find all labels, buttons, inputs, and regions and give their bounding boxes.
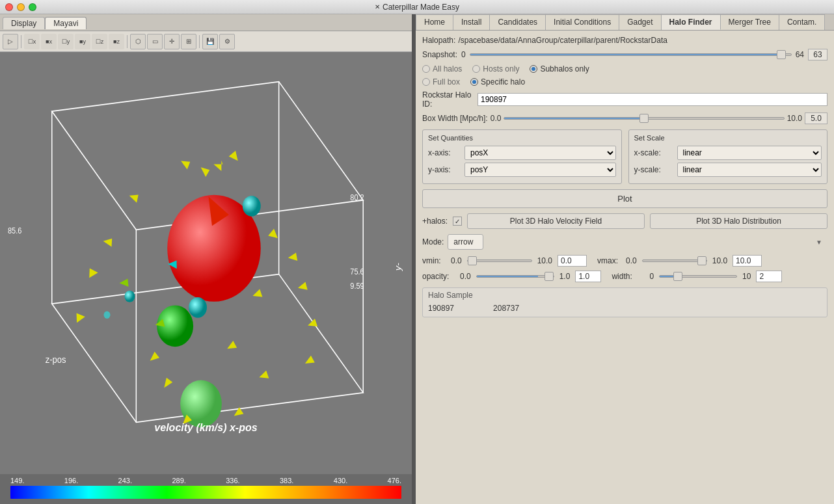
xaxis-select[interactable]: posX posY posZ velX velY velZ mass	[464, 146, 616, 160]
snapshot-slider-container	[470, 49, 792, 60]
vmax-slider[interactable]	[642, 259, 707, 262]
toolbar-btn-y-outline[interactable]: ☐y	[58, 34, 74, 49]
toolbar-btn-grid[interactable]: ⊞	[181, 34, 196, 49]
yaxis-row: y-axis: posX posY posZ velX velY velZ ma…	[428, 163, 616, 177]
yscale-select[interactable]: linear log	[677, 163, 822, 177]
nav-tab-home[interactable]: Home	[416, 14, 453, 30]
toolbar-btn-x-filled[interactable]: ■x	[41, 34, 57, 49]
yaxis-select[interactable]: posX posY posZ velX velY velZ mass	[464, 163, 616, 177]
vmin-label: vmin:	[422, 256, 446, 265]
radio-full-box[interactable]: Full box	[422, 77, 460, 86]
minimize-button[interactable]	[17, 3, 25, 11]
toolbar-btn-rect[interactable]: ▭	[147, 34, 163, 49]
tab-mayavi[interactable]: Mayavi	[45, 17, 87, 29]
toolbar-btn-cube[interactable]: ⬡	[130, 34, 146, 49]
window-title: ✕ Caterpillar Made Easy	[375, 3, 459, 12]
width-value[interactable]	[756, 271, 782, 282]
left-panel: Display Mayavi ▷ ☐x ■x ☐y ■y ☐z ■z ⬡ ▭ ✛…	[0, 14, 413, 504]
toolbar-btn-save[interactable]: 💾	[202, 34, 218, 49]
opacity-max: 1.0	[559, 272, 571, 281]
toolbar: ▷ ☐x ■x ☐y ■y ☐z ■z ⬡ ▭ ✛ ⊞ 💾 ⚙	[0, 31, 412, 52]
yscale-label: y-scale:	[634, 165, 673, 174]
vmin-max: 10.0	[537, 256, 552, 265]
nav-tab-install[interactable]: Install	[453, 14, 490, 30]
opacity-value[interactable]	[575, 271, 601, 282]
halos-checkbox[interactable]	[453, 217, 462, 226]
halo-sample-title: Halo Sample	[428, 291, 822, 300]
halo-sample-value-1: 190897	[428, 304, 454, 313]
width-label: width:	[612, 272, 644, 281]
toolbar-btn-z-outline[interactable]: ☐z	[92, 34, 107, 49]
canvas-area[interactable]: y- z-pos 85.6 80.2 75.6 9.59 velocity (k…	[0, 52, 412, 474]
halopath-row: Halopath: /spacebase/data/AnnaGroup/cate…	[422, 36, 827, 45]
rockstar-id-label: Rockstar Halo ID:	[422, 90, 475, 109]
vmin-value[interactable]	[558, 255, 587, 267]
traffic-lights	[5, 3, 36, 11]
boxwidth-row: Box Width [Mpc/h]: 0.0 10.0 5.0	[422, 113, 827, 124]
colorbar-labels: 149. 196. 243. 289. 336. 383. 430. 476.	[10, 477, 401, 484]
panels-row: Set Quantities x-axis: posX posY posZ ve…	[422, 129, 827, 184]
radio-subhalos-only[interactable]: Subhalos only	[530, 64, 589, 73]
svg-text:9.59: 9.59	[350, 282, 364, 291]
toolbar-btn-arrow[interactable]: ▷	[3, 34, 18, 49]
radio-all-halos[interactable]: All halos	[422, 64, 462, 73]
xscale-select[interactable]: linear log	[677, 146, 822, 160]
mode-select-wrapper: arrow point sphere	[448, 234, 827, 250]
opacitywidth-row: opacity: 0.0 1.0 width: 0 10	[422, 271, 827, 282]
opacity-slider[interactable]	[476, 275, 554, 278]
rockstar-id-input[interactable]	[478, 93, 827, 106]
boxwidth-min: 0.0	[491, 114, 502, 123]
radio-hosts-only[interactable]: Hosts only	[472, 64, 519, 73]
opacity-label: opacity:	[422, 272, 455, 281]
halo-sample-section: Halo Sample 190897 208737	[422, 287, 827, 317]
boxwidth-value: 5.0	[805, 113, 827, 124]
width-slider[interactable]	[659, 275, 737, 278]
snapshot-value: 63	[808, 49, 827, 60]
halopath-value: /spacebase/data/AnnaGroup/caterpillar/pa…	[458, 36, 667, 45]
toolbar-btn-cross[interactable]: ✛	[164, 34, 180, 49]
radio-hosts-only-circle	[472, 65, 480, 73]
nav-tab-initial-conditions[interactable]: Initial Conditions	[546, 14, 619, 30]
boxwidth-max: 10.0	[787, 114, 802, 123]
svg-point-14	[243, 196, 261, 217]
mode-select[interactable]: arrow point sphere	[448, 234, 483, 250]
vminmax-row: vmin: 0.0 10.0 vmax: 0.0 10.0	[422, 255, 827, 267]
plot-button[interactable]: Plot	[422, 189, 827, 208]
nav-tab-merger-tree[interactable]: Merger Tree	[721, 14, 779, 30]
radio-specific-halo[interactable]: Specific halo	[470, 77, 525, 86]
nav-tab-halo-finder[interactable]: Halo Finder	[662, 14, 721, 30]
boxwidth-slider[interactable]	[504, 117, 784, 120]
snapshot-row: Snapshot: 0 64 63	[422, 49, 827, 60]
boxwidth-label: Box Width [Mpc/h]:	[422, 114, 488, 123]
toolbar-btn-y-filled[interactable]: ■y	[75, 34, 90, 49]
nav-tab-gadget[interactable]: Gadget	[619, 14, 661, 30]
plot-3d-velocity-button[interactable]: Plot 3D Halo Velocity Field	[467, 213, 645, 229]
vmax-value[interactable]	[733, 255, 762, 267]
right-panel: Home Install Candidates Initial Conditio…	[416, 14, 834, 504]
rockstar-id-row: Rockstar Halo ID:	[422, 90, 827, 109]
toolbar-btn-settings[interactable]: ⚙	[219, 34, 235, 49]
halos-label: +halos:	[422, 217, 448, 226]
tab-display[interactable]: Display	[3, 17, 45, 29]
nav-tab-contam[interactable]: Contam.	[779, 14, 825, 30]
width-max: 10	[742, 272, 751, 281]
toolbar-btn-x-outline[interactable]: ☐x	[24, 34, 40, 49]
halos-row: +halos: Plot 3D Halo Velocity Field Plot…	[422, 213, 827, 229]
svg-point-16	[103, 312, 110, 319]
maximize-button[interactable]	[29, 3, 36, 11]
opacity-min: 0.0	[460, 272, 471, 281]
box-type-radio-group: Full box Specific halo	[422, 77, 827, 86]
halo-type-radio-group: All halos Hosts only Subhalos only	[422, 64, 827, 73]
vmax-label: vmax:	[597, 256, 621, 265]
toolbar-separator-3	[199, 35, 200, 48]
toolbar-btn-z-filled[interactable]: ■z	[109, 34, 124, 49]
vmin-slider[interactable]	[467, 259, 532, 262]
xscale-row: x-scale: linear log	[634, 146, 822, 160]
nav-tab-candidates[interactable]: Candidates	[490, 14, 546, 30]
snapshot-slider[interactable]	[470, 53, 792, 56]
plot-3d-distribution-button[interactable]: Plot 3D Halo Distribution	[650, 213, 827, 229]
svg-text:85.6: 85.6	[8, 226, 22, 235]
close-button[interactable]	[5, 3, 13, 11]
xscale-label: x-scale:	[634, 148, 673, 157]
halo-sample-value-2: 208737	[493, 304, 519, 313]
